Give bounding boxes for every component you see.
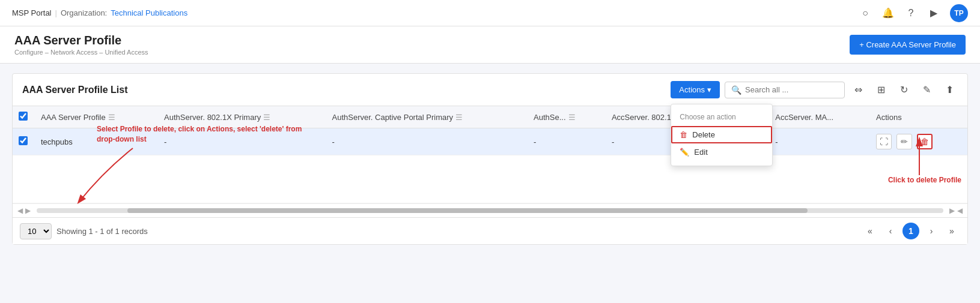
avatar[interactable]: TP: [950, 4, 968, 22]
breadcrumb: Configure – Network Access – Unified Acc…: [14, 49, 148, 56]
pagination-left: 102550 Showing 1 - 1 of 1 records: [20, 223, 148, 239]
select-all-checkbox[interactable]: [19, 112, 28, 121]
page-size-select[interactable]: 102550: [20, 223, 52, 239]
scroll-left-arrow2[interactable]: ◀: [957, 206, 963, 215]
search-nav-icon[interactable]: ○: [859, 7, 872, 20]
org-label: Organization:: [61, 8, 107, 17]
edit-row-button[interactable]: ✏: [896, 134, 912, 149]
empty-row: [13, 155, 967, 203]
actions-dropdown-menu: Choose an action 🗑 Delete ✏️ Edit: [671, 104, 773, 166]
org-name[interactable]: Technical Publications: [111, 8, 187, 17]
profiles-table: AAA Server Profile ☰ AuthServer. 802.1X …: [13, 106, 967, 203]
col-header-auth-captive: AuthServer. Captive Portal Primary ☰: [324, 106, 526, 128]
scroll-left-arrow[interactable]: ◀: [17, 206, 23, 215]
list-header-actions: Actions ▾ Choose an action 🗑 Delete ✏️ E…: [671, 81, 958, 98]
col-menu-icon-2[interactable]: ☰: [455, 113, 463, 122]
edit-table-icon[interactable]: ✎: [918, 82, 935, 98]
col-header-authse: AuthSe... ☰: [526, 106, 604, 128]
actions-button[interactable]: Actions ▾: [671, 81, 720, 98]
delete-action-item[interactable]: 🗑 Delete: [671, 126, 772, 143]
top-nav: MSP Portal | Organization: Technical Pub…: [0, 0, 980, 26]
list-title: AAA Server Profile List: [22, 85, 127, 95]
msp-portal-label[interactable]: MSP Portal: [12, 8, 52, 17]
cell-auth8021x: -: [157, 128, 324, 155]
actions-dropdown-container: Actions ▾ Choose an action 🗑 Delete ✏️ E…: [671, 81, 720, 98]
annotation-right-text: Click to delete Profile: [888, 176, 961, 184]
col-header-profile: AAA Server Profile ☰: [34, 106, 157, 128]
edit-icon: ✏️: [680, 148, 689, 157]
record-count: Showing 1 - 1 of 1 records: [56, 227, 148, 236]
edit-label: Edit: [694, 148, 707, 157]
next-page-button[interactable]: ›: [923, 223, 940, 239]
search-box: 🔍: [725, 82, 845, 98]
bell-icon[interactable]: 🔔: [881, 7, 895, 20]
list-panel: AAA Server Profile List Actions ▾ Choose…: [12, 73, 968, 245]
cell-auth-captive: -: [324, 128, 526, 155]
col-header-actions: Actions: [869, 106, 967, 128]
export-icon[interactable]: ⬆: [941, 82, 958, 98]
row-checkbox[interactable]: [19, 136, 28, 145]
dropdown-header: Choose an action: [671, 109, 772, 126]
search-icon: 🔍: [731, 85, 741, 95]
page-1-button[interactable]: 1: [902, 223, 919, 239]
trash-icon: 🗑: [680, 130, 687, 139]
col-header-accma: AccServer. MA...: [768, 106, 869, 128]
select-all-header: [13, 106, 34, 128]
delete-row-button[interactable]: 🗑: [917, 134, 933, 149]
col-menu-icon-3[interactable]: ☰: [568, 113, 576, 122]
create-aaa-profile-button[interactable]: + Create AAA Server Profile: [850, 35, 966, 55]
scroll-thumb: [127, 208, 808, 213]
search-input[interactable]: [745, 85, 838, 94]
table-header-row: AAA Server Profile ☰ AuthServer. 802.1X …: [13, 106, 967, 128]
cell-profile-name: techpubs: [34, 128, 157, 155]
edit-action-item[interactable]: ✏️ Edit: [671, 143, 772, 161]
nav-left: MSP Portal | Organization: Technical Pub…: [12, 8, 187, 17]
horizontal-scrollbar[interactable]: [37, 208, 943, 213]
cell-accma: -: [768, 128, 869, 155]
collapse-columns-icon[interactable]: ⇔: [850, 82, 866, 98]
nav-right: ○ 🔔 ? ▶ TP: [859, 4, 968, 22]
page-header-left: AAA Server Profile Configure – Network A…: [14, 34, 148, 56]
main-content: AAA Server Profile List Actions ▾ Choose…: [0, 64, 980, 254]
row-actions-group: ⛶ ✏ 🗑: [876, 134, 960, 149]
table-row: techpubs - - - - - ⛶ ✏ 🗑: [13, 128, 967, 155]
scroll-bar-area: ◀ ▶ ▶ ◀: [13, 203, 967, 217]
page-header: AAA Server Profile Configure – Network A…: [0, 26, 980, 64]
help-icon[interactable]: ?: [904, 7, 918, 20]
toolbar-icons: ⇔ ⊞ ↻ ✎ ⬆: [850, 82, 958, 98]
pagination-bar: 102550 Showing 1 - 1 of 1 records « ‹ 1 …: [13, 217, 967, 244]
prev-page-button[interactable]: ‹: [882, 223, 899, 239]
col-header-auth8021x: AuthServer. 802.1X Primary ☰: [157, 106, 324, 128]
expand-row-button[interactable]: ⛶: [876, 134, 892, 149]
refresh-icon[interactable]: ↻: [895, 82, 912, 98]
col-menu-icon-1[interactable]: ☰: [263, 113, 270, 122]
forward-icon[interactable]: ▶: [927, 7, 940, 20]
last-page-button[interactable]: »: [943, 223, 960, 239]
first-page-button[interactable]: «: [862, 223, 878, 239]
columns-icon[interactable]: ⊞: [872, 82, 889, 98]
pagination-right: « ‹ 1 › »: [862, 223, 960, 239]
cell-row-actions: ⛶ ✏ 🗑: [869, 128, 967, 155]
col-menu-icon-0[interactable]: ☰: [108, 113, 115, 122]
scroll-right-arrow[interactable]: ▶: [25, 206, 31, 215]
cell-authse: -: [526, 128, 604, 155]
annotation-container: AAA Server Profile ☰ AuthServer. 802.1X …: [13, 106, 967, 217]
list-header: AAA Server Profile List Actions ▾ Choose…: [13, 74, 967, 106]
chevron-down-icon: ▾: [707, 85, 711, 94]
scroll-right-arrow2[interactable]: ▶: [949, 206, 955, 215]
row-checkbox-cell: [13, 128, 34, 155]
page-title: AAA Server Profile: [14, 34, 148, 47]
table-container: AAA Server Profile ☰ AuthServer. 802.1X …: [13, 106, 967, 203]
delete-label: Delete: [692, 130, 715, 139]
